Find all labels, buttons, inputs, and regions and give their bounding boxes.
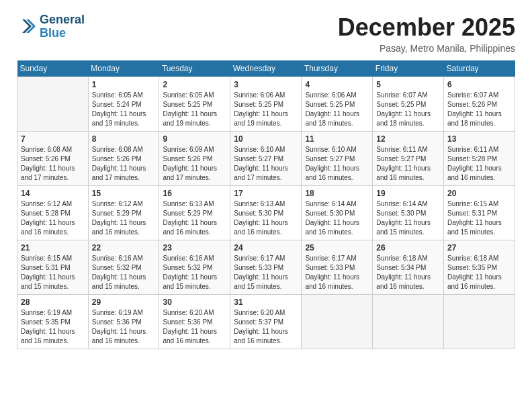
day-info: Sunrise: 6:19 AMSunset: 5:35 PMDaylight:… bbox=[21, 308, 85, 346]
calendar: SundayMondayTuesdayWednesdayThursdayFrid… bbox=[17, 60, 515, 349]
title-area: December 2025 Pasay, Metro Manila, Phili… bbox=[338, 13, 515, 54]
day-number: 30 bbox=[163, 298, 226, 307]
day-info: Sunrise: 6:16 AMSunset: 5:32 PMDaylight:… bbox=[163, 254, 226, 291]
logo-line1: General bbox=[40, 13, 85, 27]
day-number: 22 bbox=[92, 243, 156, 253]
month-title: December 2025 bbox=[338, 13, 515, 42]
week-row-1: 1Sunrise: 6:05 AMSunset: 5:24 PMDaylight… bbox=[17, 77, 515, 132]
calendar-cell: 17Sunrise: 6:13 AMSunset: 5:30 PMDayligh… bbox=[230, 186, 302, 240]
calendar-cell: 11Sunrise: 6:10 AMSunset: 5:27 PMDayligh… bbox=[302, 132, 373, 186]
day-info: Sunrise: 6:15 AMSunset: 5:31 PMDaylight:… bbox=[447, 199, 511, 237]
day-number: 8 bbox=[92, 134, 156, 144]
day-info: Sunrise: 6:19 AMSunset: 5:36 PMDaylight:… bbox=[92, 308, 156, 346]
day-number: 21 bbox=[21, 243, 85, 253]
day-number: 1 bbox=[92, 80, 156, 89]
logo-text: General Blue bbox=[40, 13, 85, 40]
day-info: Sunrise: 6:12 AMSunset: 5:28 PMDaylight:… bbox=[21, 199, 85, 237]
calendar-cell: 27Sunrise: 6:18 AMSunset: 5:35 PMDayligh… bbox=[444, 240, 515, 295]
day-number: 25 bbox=[305, 243, 369, 253]
calendar-cell: 15Sunrise: 6:12 AMSunset: 5:29 PMDayligh… bbox=[88, 186, 159, 240]
day-info: Sunrise: 6:17 AMSunset: 5:33 PMDaylight:… bbox=[305, 254, 369, 291]
calendar-cell: 6Sunrise: 6:07 AMSunset: 5:26 PMDaylight… bbox=[444, 77, 515, 132]
calendar-cell bbox=[302, 295, 373, 349]
day-info: Sunrise: 6:08 AMSunset: 5:26 PMDaylight:… bbox=[92, 145, 156, 183]
logo-line2: Blue bbox=[40, 27, 85, 40]
calendar-cell: 14Sunrise: 6:12 AMSunset: 5:28 PMDayligh… bbox=[17, 186, 89, 240]
day-info: Sunrise: 6:14 AMSunset: 5:30 PMDaylight:… bbox=[305, 199, 369, 237]
day-info: Sunrise: 6:17 AMSunset: 5:33 PMDaylight:… bbox=[234, 254, 298, 291]
day-info: Sunrise: 6:12 AMSunset: 5:29 PMDaylight:… bbox=[92, 199, 156, 237]
day-info: Sunrise: 6:18 AMSunset: 5:35 PMDaylight:… bbox=[447, 254, 511, 291]
day-number: 2 bbox=[163, 80, 226, 89]
weekday-header-row: SundayMondayTuesdayWednesdayThursdayFrid… bbox=[17, 60, 515, 77]
day-number: 16 bbox=[163, 189, 226, 198]
day-number: 15 bbox=[92, 189, 156, 198]
calendar-cell bbox=[444, 295, 515, 349]
weekday-header-saturday: Saturday bbox=[444, 60, 515, 77]
day-number: 13 bbox=[447, 134, 511, 144]
day-info: Sunrise: 6:18 AMSunset: 5:34 PMDaylight:… bbox=[376, 254, 440, 291]
calendar-cell: 5Sunrise: 6:07 AMSunset: 5:25 PMDaylight… bbox=[373, 77, 444, 132]
day-number: 3 bbox=[234, 80, 298, 89]
day-number: 23 bbox=[163, 243, 226, 253]
day-info: Sunrise: 6:10 AMSunset: 5:27 PMDaylight:… bbox=[234, 145, 298, 183]
calendar-cell: 9Sunrise: 6:09 AMSunset: 5:26 PMDaylight… bbox=[159, 132, 230, 186]
day-number: 10 bbox=[234, 134, 298, 144]
weekday-header-thursday: Thursday bbox=[302, 60, 373, 77]
week-row-4: 21Sunrise: 6:15 AMSunset: 5:31 PMDayligh… bbox=[17, 240, 515, 295]
day-info: Sunrise: 6:09 AMSunset: 5:26 PMDaylight:… bbox=[163, 145, 226, 183]
calendar-cell bbox=[17, 77, 89, 132]
day-number: 28 bbox=[21, 298, 85, 307]
day-info: Sunrise: 6:15 AMSunset: 5:31 PMDaylight:… bbox=[21, 254, 85, 291]
weekday-header-tuesday: Tuesday bbox=[159, 60, 230, 77]
day-number: 9 bbox=[163, 134, 226, 144]
calendar-cell: 20Sunrise: 6:15 AMSunset: 5:31 PMDayligh… bbox=[444, 186, 515, 240]
day-info: Sunrise: 6:06 AMSunset: 5:25 PMDaylight:… bbox=[234, 91, 298, 128]
logo: General Blue bbox=[17, 13, 85, 40]
header: General Blue December 2025 Pasay, Metro … bbox=[17, 13, 515, 54]
day-info: Sunrise: 6:07 AMSunset: 5:25 PMDaylight:… bbox=[376, 91, 440, 128]
day-number: 14 bbox=[21, 189, 85, 198]
day-info: Sunrise: 6:14 AMSunset: 5:30 PMDaylight:… bbox=[376, 199, 440, 237]
day-number: 27 bbox=[447, 243, 511, 253]
calendar-cell: 12Sunrise: 6:11 AMSunset: 5:27 PMDayligh… bbox=[373, 132, 444, 186]
day-number: 31 bbox=[234, 298, 298, 307]
day-number: 24 bbox=[234, 243, 298, 253]
day-number: 18 bbox=[305, 189, 369, 198]
day-number: 17 bbox=[234, 189, 298, 198]
day-info: Sunrise: 6:11 AMSunset: 5:28 PMDaylight:… bbox=[447, 145, 511, 183]
day-number: 11 bbox=[305, 134, 369, 144]
calendar-cell: 18Sunrise: 6:14 AMSunset: 5:30 PMDayligh… bbox=[302, 186, 373, 240]
weekday-header-friday: Friday bbox=[373, 60, 444, 77]
day-number: 7 bbox=[21, 134, 85, 144]
weekday-header-sunday: Sunday bbox=[17, 60, 89, 77]
calendar-cell: 8Sunrise: 6:08 AMSunset: 5:26 PMDaylight… bbox=[88, 132, 159, 186]
calendar-cell: 30Sunrise: 6:20 AMSunset: 5:36 PMDayligh… bbox=[159, 295, 230, 349]
calendar-cell: 1Sunrise: 6:05 AMSunset: 5:24 PMDaylight… bbox=[88, 77, 159, 132]
day-number: 6 bbox=[447, 80, 511, 89]
day-info: Sunrise: 6:11 AMSunset: 5:27 PMDaylight:… bbox=[376, 145, 440, 183]
week-row-3: 14Sunrise: 6:12 AMSunset: 5:28 PMDayligh… bbox=[17, 186, 515, 240]
calendar-cell bbox=[373, 295, 444, 349]
day-info: Sunrise: 6:20 AMSunset: 5:36 PMDaylight:… bbox=[163, 308, 226, 346]
calendar-cell: 28Sunrise: 6:19 AMSunset: 5:35 PMDayligh… bbox=[17, 295, 89, 349]
calendar-cell: 2Sunrise: 6:05 AMSunset: 5:25 PMDaylight… bbox=[159, 77, 230, 132]
day-info: Sunrise: 6:10 AMSunset: 5:27 PMDaylight:… bbox=[305, 145, 369, 183]
week-row-2: 7Sunrise: 6:08 AMSunset: 5:26 PMDaylight… bbox=[17, 132, 515, 186]
calendar-cell: 23Sunrise: 6:16 AMSunset: 5:32 PMDayligh… bbox=[159, 240, 230, 295]
calendar-cell: 13Sunrise: 6:11 AMSunset: 5:28 PMDayligh… bbox=[444, 132, 515, 186]
day-info: Sunrise: 6:05 AMSunset: 5:24 PMDaylight:… bbox=[92, 91, 156, 128]
weekday-header-monday: Monday bbox=[88, 60, 159, 77]
logo-icon bbox=[17, 17, 37, 37]
day-number: 26 bbox=[376, 243, 440, 253]
day-number: 5 bbox=[376, 80, 440, 89]
calendar-cell: 3Sunrise: 6:06 AMSunset: 5:25 PMDaylight… bbox=[230, 77, 302, 132]
calendar-cell: 25Sunrise: 6:17 AMSunset: 5:33 PMDayligh… bbox=[302, 240, 373, 295]
day-info: Sunrise: 6:16 AMSunset: 5:32 PMDaylight:… bbox=[92, 254, 156, 291]
calendar-cell: 16Sunrise: 6:13 AMSunset: 5:29 PMDayligh… bbox=[159, 186, 230, 240]
day-info: Sunrise: 6:08 AMSunset: 5:26 PMDaylight:… bbox=[21, 145, 85, 183]
day-info: Sunrise: 6:13 AMSunset: 5:30 PMDaylight:… bbox=[234, 199, 298, 237]
weekday-header-wednesday: Wednesday bbox=[230, 60, 302, 77]
day-info: Sunrise: 6:13 AMSunset: 5:29 PMDaylight:… bbox=[163, 199, 226, 237]
calendar-cell: 24Sunrise: 6:17 AMSunset: 5:33 PMDayligh… bbox=[230, 240, 302, 295]
